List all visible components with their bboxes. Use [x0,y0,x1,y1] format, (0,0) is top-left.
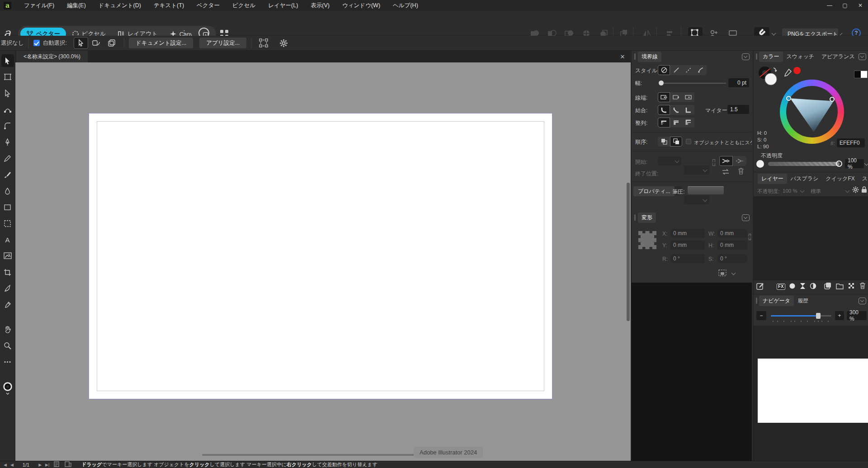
menu-document[interactable]: ドキュメント(D) [92,0,147,11]
artboard-tool-icon[interactable] [1,71,14,83]
select-object-button[interactable] [89,37,104,49]
opacity-slider-track[interactable] [768,162,840,166]
fill-tool-icon[interactable] [1,184,14,197]
first-page-icon[interactable]: ◀ [4,463,7,467]
order-front-icon[interactable] [670,137,682,147]
hand-tool-icon[interactable] [1,323,14,336]
transform-w-field[interactable]: 0 mm [717,229,747,238]
cap-round-icon[interactable] [670,92,682,102]
panel-grip[interactable] [634,214,636,221]
cap-square-icon[interactable] [682,92,694,102]
color-panel-menu-icon[interactable] [859,53,866,60]
new-layer-icon[interactable] [824,282,831,291]
auto-select-checkbox[interactable] [33,40,40,46]
eyedropper-tool-icon[interactable] [1,298,14,311]
vertical-scrollbar[interactable] [627,183,630,321]
transform-s-field[interactable]: 0 ° [717,254,747,263]
tab-history[interactable]: 履歴 [794,296,812,306]
align-center-icon[interactable] [658,118,670,128]
vector-brush-tool-icon[interactable] [1,168,14,181]
tab-layers[interactable]: レイヤー [758,174,787,184]
join-miter-icon[interactable] [682,105,694,115]
color-picker-eyedropper-icon[interactable] [783,68,793,80]
delete-ends-icon[interactable] [737,167,745,177]
lock-aspect-icon[interactable]: ⊓⊔ [748,233,751,241]
tab-close-icon[interactable]: ✕ [618,52,627,61]
join-round-icon[interactable] [658,105,670,115]
spread-view-icon[interactable] [65,461,71,468]
transform-panel-menu-icon[interactable] [742,214,750,221]
stroke-dashed-icon[interactable] [682,65,694,75]
document-tab[interactable]: <名称未設定> (300.0%) [16,51,88,62]
pressure-profile-bar[interactable] [688,186,724,194]
pencil-tool-icon[interactable] [1,152,14,165]
new-group-icon[interactable] [836,283,844,291]
stroke-brush-icon[interactable] [694,65,707,75]
select-copy-button[interactable] [104,37,119,49]
cut-end-icon[interactable] [733,156,746,166]
menu-help[interactable]: ヘルプ(H) [387,0,425,11]
document-setup-button[interactable]: ドキュメント設定... [129,38,193,48]
transform-y-field[interactable]: 0 mm [670,241,705,250]
zoom-out-button[interactable]: − [756,311,766,320]
opacity-full-swatch[interactable] [756,160,764,168]
panel-grip[interactable] [634,53,636,60]
close-button[interactable]: ✕ [853,0,868,11]
stroke-none-icon[interactable] [658,65,670,75]
tab-navigator[interactable]: ナビゲータ [759,296,794,306]
order-behind-icon[interactable] [658,137,670,147]
layer-fx-icon[interactable]: FX [777,284,785,290]
zoom-value-field[interactable]: 300 % [847,311,867,320]
stroke-properties-button[interactable]: プロパティ... [633,186,675,196]
hex-field[interactable]: EFEFF0 [837,138,865,147]
settings-gear-icon[interactable] [276,37,291,49]
anchor-point-selector[interactable] [638,231,657,250]
crop-tool-icon[interactable] [1,266,14,279]
hue-handle[interactable] [786,96,791,101]
miter-field[interactable]: 1.5 [727,105,749,114]
scale-with-object-checkbox[interactable] [686,139,691,144]
stroke-panel-menu-icon[interactable] [742,53,750,60]
menu-pixel[interactable]: ピクセル [226,0,262,11]
panel-grip[interactable] [756,298,757,304]
end-size-dropdown[interactable] [684,195,709,204]
last-page-icon[interactable]: ▶| [45,463,49,467]
place-image-tool-icon[interactable] [1,250,14,262]
text-tool-icon[interactable]: A [1,233,14,246]
navigator-panel-menu-icon[interactable] [859,298,866,304]
corner-tool-icon[interactable] [1,119,14,132]
opacity-slider-thumb[interactable] [836,161,842,167]
menu-window[interactable]: ウィンドウ(W) [336,0,387,11]
blend-mode-value[interactable]: 標準 [811,188,821,195]
pen-tool-icon[interactable] [1,136,14,148]
tab-color[interactable]: カラー [759,52,783,62]
maximize-button[interactable]: ▢ [837,0,853,11]
tab-path-brush[interactable]: パスブラシ [787,174,822,184]
link-ends-icon[interactable]: ⊓⊔ [712,158,716,166]
invert-icon[interactable] [810,283,816,291]
align-outside-icon[interactable] [682,118,694,128]
menu-edit[interactable]: 編集(E) [61,0,92,11]
stroke-solid-icon[interactable] [670,65,682,75]
menu-text[interactable]: テキスト(T) [147,0,190,11]
layers-gear-icon[interactable] [852,186,859,195]
cap-butt-icon[interactable] [658,92,670,102]
menu-file[interactable]: ファイル(F) [18,0,61,11]
start-style-dropdown[interactable] [658,156,681,165]
color-opacity-field[interactable]: 100 % [845,159,864,168]
single-page-view-icon[interactable] [54,461,59,468]
canvas-area[interactable] [15,62,631,461]
swap-ends-icon[interactable] [721,168,730,177]
menu-layer[interactable]: レイヤー(L) [262,0,304,11]
mask-layer-icon[interactable] [789,283,796,291]
start-size-dropdown[interactable] [684,165,709,175]
shape-tool-icon[interactable] [1,201,14,213]
panel-grip[interactable] [756,53,757,60]
delete-layer-icon[interactable] [859,282,866,291]
minimize-button[interactable]: — [822,0,837,11]
cut-start-icon[interactable] [719,156,733,166]
transform-tool-icon[interactable] [1,103,14,116]
tab-appearance[interactable]: アピアランス [818,52,859,62]
edit-layer-icon[interactable] [756,282,764,292]
stroke-width-slider-track[interactable] [664,83,726,84]
